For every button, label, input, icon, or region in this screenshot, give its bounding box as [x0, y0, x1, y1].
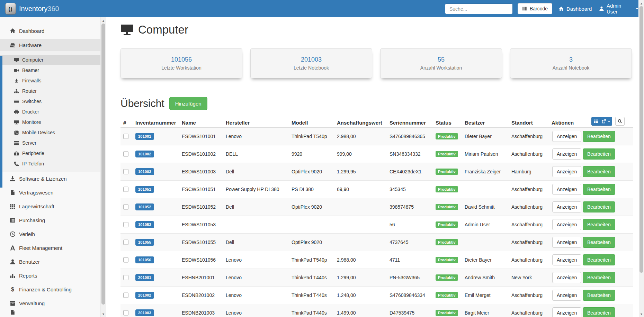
row-checkbox[interactable]: [123, 257, 128, 263]
row-checkbox[interactable]: [123, 222, 128, 227]
edit-button[interactable]: Bearbeiten: [583, 219, 615, 230]
cell-hersteller: Lenovo: [226, 257, 242, 263]
sidebar-item-partial[interactable]: [0, 310, 100, 315]
edit-button[interactable]: Bearbeiten: [583, 272, 615, 283]
scroll-up-icon[interactable]: ▲: [101, 18, 106, 24]
column-header-aktionen: Aktionen: [552, 120, 574, 126]
brand[interactable]: () Inventory360: [5, 3, 59, 15]
inventory-number-badge[interactable]: 101003: [135, 168, 154, 175]
show-button[interactable]: Anzeigen: [552, 272, 581, 283]
user-menu[interactable]: Admin User: [599, 0, 638, 17]
row-checkbox[interactable]: [123, 275, 128, 280]
row-checkbox[interactable]: [123, 293, 128, 298]
export-button[interactable]: [600, 117, 612, 126]
sidebar-scrollbar[interactable]: ▲ ▼: [101, 17, 106, 317]
nav-dashboard-link[interactable]: Dashboard: [558, 0, 592, 17]
cell-standort: Aschaffenburg: [511, 134, 543, 139]
table-search-button[interactable]: [615, 117, 625, 126]
row-checkbox[interactable]: [123, 310, 128, 316]
edit-button[interactable]: Bearbeiten: [583, 201, 615, 212]
row-checkbox[interactable]: [123, 134, 128, 139]
sidebar-item-hardware[interactable]: Hardware: [0, 39, 100, 51]
show-button[interactable]: Anzeigen: [552, 307, 581, 317]
show-button[interactable]: Anzeigen: [552, 237, 581, 248]
sidebar-subitem-switches[interactable]: Switches: [0, 96, 100, 107]
stat-value-link[interactable]: 3: [569, 56, 573, 63]
sidebar-subitem-computer[interactable]: Computer: [0, 55, 100, 65]
scroll-down-icon[interactable]: ▼: [101, 311, 106, 317]
sidebar-scrollbar-thumb[interactable]: [101, 24, 105, 305]
column-header-besitzer: Besitzer: [465, 120, 485, 126]
stat-card: 201003Letzte Notebook: [250, 48, 372, 78]
show-button[interactable]: Anzeigen: [552, 290, 581, 301]
inventory-number-badge[interactable]: 201003: [135, 309, 154, 316]
page-scrollbar[interactable]: ▲ ▼: [639, 0, 644, 317]
page-scrollbar-thumb[interactable]: [639, 6, 643, 273]
barcode-button[interactable]: Barcode: [518, 3, 552, 14]
inventory-number-badge[interactable]: 101053: [135, 221, 154, 228]
row-checkbox[interactable]: [123, 240, 128, 245]
sidebar-subitem-mobile-devices[interactable]: Mobile Devices: [0, 127, 100, 138]
sidebar-subitem-monitore[interactable]: Monitore: [0, 117, 100, 127]
sidebar-item-software-lizenzen[interactable]: Software & Lizenzen: [0, 172, 100, 185]
edit-button[interactable]: Bearbeiten: [583, 166, 615, 177]
sidebar-item-reports[interactable]: Reports: [0, 269, 100, 282]
inventory-number-badge[interactable]: 101052: [135, 203, 154, 210]
inventory-number-badge[interactable]: 101051: [135, 186, 154, 193]
sidebar-subitem-drucker[interactable]: Drucker: [0, 107, 100, 117]
sidebar-item-purchasing[interactable]: Purchasing: [0, 213, 100, 227]
search-input[interactable]: [445, 3, 513, 14]
stat-value-link[interactable]: 201003: [301, 56, 322, 63]
inventory-number-badge[interactable]: 201001: [135, 274, 154, 281]
show-button[interactable]: Anzeigen: [552, 148, 581, 160]
edit-button[interactable]: Bearbeiten: [583, 184, 615, 195]
show-button[interactable]: Anzeigen: [552, 184, 581, 195]
sidebar-item-vertragswesen[interactable]: Vertragswesen: [0, 185, 100, 199]
inventory-number-badge[interactable]: 101001: [135, 133, 154, 140]
edit-button[interactable]: Bearbeiten: [583, 290, 615, 301]
sidebar-item-benutzer[interactable]: Benutzer: [0, 255, 100, 269]
sidebar-item-finanzen-controlling[interactable]: $Finanzen & Controlling: [0, 282, 100, 296]
inventory-number-badge[interactable]: 101056: [135, 256, 154, 263]
cell-besitzer: Franziska Zeiger: [465, 169, 501, 174]
page-title: Computer: [138, 23, 188, 36]
computer-icon: [120, 24, 134, 35]
sidebar-item-fleet-management[interactable]: Fleet Management: [0, 241, 100, 255]
sidebar-subitem-router[interactable]: Router: [0, 86, 100, 96]
stat-value-link[interactable]: 55: [438, 56, 445, 63]
sidebar-subitem-beamer[interactable]: Beamer: [0, 65, 100, 75]
sidebar-item-lagerwirtschaft[interactable]: Lagerwirtschaft: [0, 199, 100, 213]
sidebar-item-verwaltung[interactable]: Verwaltung: [0, 296, 100, 310]
show-button[interactable]: Anzeigen: [552, 219, 581, 230]
sidebar-item-dashboard[interactable]: Dashboard: [0, 25, 100, 37]
video-icon: [14, 68, 19, 73]
sidebar-subitem-firewalls[interactable]: Firewalls: [0, 75, 100, 86]
show-button[interactable]: Anzeigen: [552, 166, 581, 177]
inventory-number-badge[interactable]: 101055: [135, 239, 154, 246]
edit-button[interactable]: Bearbeiten: [583, 148, 615, 160]
row-checkbox[interactable]: [123, 187, 128, 192]
user-icon: [599, 6, 604, 11]
edit-button[interactable]: Bearbeiten: [583, 307, 615, 317]
edit-button[interactable]: Bearbeiten: [583, 131, 615, 142]
sidebar-subitem-ip-telefon[interactable]: IP-Telefon: [0, 158, 100, 169]
cell-hersteller: Dell: [226, 239, 234, 245]
show-button[interactable]: Anzeigen: [552, 131, 581, 142]
sidebar-subitem-peripherie[interactable]: Peripherie: [0, 148, 100, 158]
row-checkbox[interactable]: [123, 205, 128, 210]
scroll-down-icon[interactable]: ▼: [639, 311, 644, 317]
scroll-up-icon[interactable]: ▲: [639, 1, 644, 6]
show-button[interactable]: Anzeigen: [552, 254, 581, 265]
table-list-button[interactable]: [591, 117, 600, 126]
row-checkbox[interactable]: [123, 152, 128, 157]
show-button[interactable]: Anzeigen: [552, 201, 581, 212]
edit-button[interactable]: Bearbeiten: [583, 254, 615, 265]
add-button[interactable]: Hinzufügen: [169, 97, 207, 110]
sidebar-subitem-server[interactable]: Server: [0, 138, 100, 148]
inventory-number-badge[interactable]: 101002: [135, 151, 154, 157]
inventory-number-badge[interactable]: 201002: [135, 292, 154, 299]
stat-value-link[interactable]: 101056: [171, 56, 192, 63]
sidebar-item-verleih[interactable]: Verleih: [0, 227, 100, 241]
edit-button[interactable]: Bearbeiten: [583, 237, 615, 248]
row-checkbox[interactable]: [123, 169, 128, 174]
